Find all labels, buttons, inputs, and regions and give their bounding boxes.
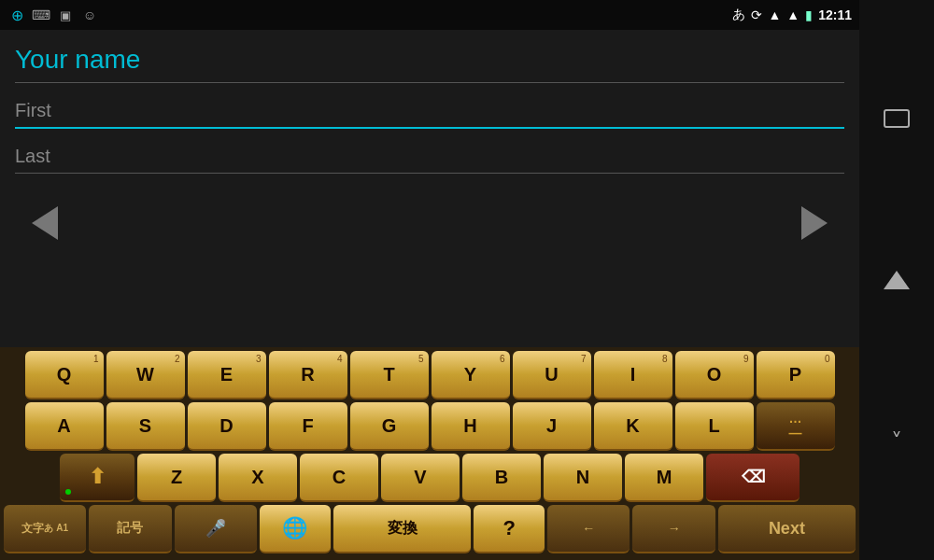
keyboard-row-2: A S D F G H J K L …— [4, 402, 856, 451]
key-e[interactable]: E3 [188, 351, 266, 399]
signal-icon: ▲ [786, 7, 800, 22]
backspace-icon: ⌫ [742, 467, 765, 487]
first-name-input[interactable] [15, 94, 844, 129]
key-o[interactable]: O9 [675, 351, 754, 399]
key-x[interactable]: X [219, 454, 297, 502]
main-content: Your name Q1 W2 E3 R4 T5 Y6 U7 I8 O9 P0 [0, 30, 859, 560]
status-bar: ⊕ ⌨ ▣ ☺ あ ⟳ ▲ ▲ ▮ 12:11 [0, 0, 859, 30]
key-i[interactable]: I8 [594, 351, 672, 399]
key-z[interactable]: Z [137, 454, 216, 502]
back-icon: ˅ [891, 428, 902, 455]
form-fields [0, 83, 859, 192]
next-key[interactable]: Next [718, 505, 856, 553]
recent-apps-button[interactable] [880, 102, 913, 135]
home-button[interactable] [880, 263, 913, 297]
key-j[interactable]: J [513, 402, 591, 451]
backspace-key[interactable]: ⌫ [706, 454, 800, 502]
key-h[interactable]: H [432, 402, 510, 451]
key-s[interactable]: S [106, 402, 185, 451]
back-button[interactable]: ˅ [880, 425, 913, 458]
key-globe[interactable]: 🌐 [260, 505, 331, 553]
shift-dot [65, 489, 71, 495]
key-henkan[interactable]: 変換 [333, 505, 471, 553]
key-ellipsis[interactable]: …— [757, 402, 835, 451]
page-title: Your name [0, 30, 859, 82]
status-icons-right: あ ⟳ ▲ ▲ ▮ 12:11 [732, 7, 852, 23]
screen-icon: ▣ [56, 6, 75, 24]
last-name-input[interactable] [15, 140, 844, 174]
key-m[interactable]: M [625, 454, 703, 502]
keyboard-icon: ⌨ [32, 6, 50, 24]
key-p[interactable]: P0 [757, 351, 835, 399]
wifi-icon: ▲ [768, 7, 781, 22]
key-f[interactable]: F [269, 402, 347, 451]
keyboard-row-3: ⬆ Z X C V B N M ⌫ [4, 454, 856, 502]
recent-apps-icon [884, 109, 910, 128]
shift-icon: ⬆ [89, 465, 106, 489]
key-t[interactable]: T5 [350, 351, 429, 399]
arrow-right-icon [801, 206, 828, 240]
key-n[interactable]: N [544, 454, 622, 502]
key-arrow-right[interactable]: → [632, 505, 715, 553]
next-word-button[interactable] [777, 203, 852, 244]
key-a[interactable]: A [25, 402, 104, 451]
keyboard-row-1: Q1 W2 E3 R4 T5 Y6 U7 I8 O9 P0 [4, 351, 856, 399]
word-nav-arrows [0, 200, 859, 246]
key-u[interactable]: U7 [513, 351, 591, 399]
key-c[interactable]: C [300, 454, 378, 502]
key-r[interactable]: R4 [269, 351, 347, 399]
status-icons-left: ⊕ ⌨ ▣ ☺ [7, 6, 99, 24]
key-y[interactable]: Y6 [432, 351, 510, 399]
key-kigo[interactable]: 記号 [89, 505, 171, 553]
prev-word-button[interactable] [7, 203, 82, 244]
android-icon: ⊕ [7, 6, 26, 24]
keyboard: Q1 W2 E3 R4 T5 Y6 U7 I8 O9 P0 A S D F G … [0, 347, 859, 560]
key-d[interactable]: D [188, 402, 266, 451]
key-k[interactable]: K [594, 402, 672, 451]
side-nav: ˅ [859, 0, 934, 560]
key-l[interactable]: L [675, 402, 754, 451]
key-question[interactable]: ? [474, 505, 545, 553]
key-g[interactable]: G [350, 402, 429, 451]
key-mic[interactable]: 🎤 [175, 505, 257, 553]
home-icon [884, 271, 910, 289]
time-display: 12:11 [818, 7, 852, 22]
robot-icon: ☺ [80, 6, 99, 24]
shift-key[interactable]: ⬆ [60, 454, 134, 502]
key-v[interactable]: V [381, 454, 460, 502]
jp-text-icon: あ [732, 7, 745, 23]
key-b[interactable]: B [462, 454, 541, 502]
keyboard-row-bottom: 文字あ A1 記号 🎤 🌐 変換 ? ← → Next [4, 505, 856, 553]
rotation-icon: ⟳ [751, 7, 762, 22]
key-arrow-left[interactable]: ← [547, 505, 630, 553]
key-q[interactable]: Q1 [25, 351, 104, 399]
key-w[interactable]: W2 [106, 351, 185, 399]
arrow-left-icon [32, 206, 58, 240]
battery-icon: ▮ [805, 7, 813, 22]
key-moji[interactable]: 文字あ A1 [4, 505, 86, 553]
